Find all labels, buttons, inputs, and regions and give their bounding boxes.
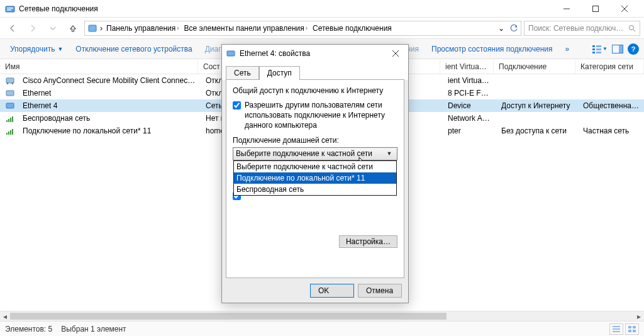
preview-pane-button[interactable] [610,42,625,57]
svg-rect-21 [6,91,14,96]
app-icon [5,4,15,14]
dialog-close-button[interactable] [387,47,404,60]
item-name: Cisco AnyConnect Secure Mobility Client … [18,76,201,85]
label: Отключение сетевого устройства [75,45,192,53]
scroll-track[interactable] [10,311,634,321]
details-view-button[interactable] [609,323,623,335]
item-device: 8 PCI-E Fa… [443,89,496,98]
svg-rect-34 [628,326,631,328]
label: Упорядочить [10,45,55,53]
svg-point-8 [630,25,634,30]
view-mode-button[interactable]: ▼ [592,42,608,57]
window-titlebar: Сетевые подключения [0,0,644,18]
search-input[interactable]: Поиск: Сетевые подключения [524,21,640,36]
svg-rect-23 [6,120,8,122]
combo-option[interactable]: Беспроводная сеть [234,184,396,195]
label: Подключение по локальной сети* 11 [236,174,365,182]
tab-network[interactable]: Сеть [226,66,259,80]
svg-rect-28 [8,132,9,135]
window-title: Сетевые подключения [19,4,552,13]
svg-rect-35 [633,326,636,328]
breadcrumb-label: Сетевые подключения [313,24,392,33]
svg-rect-27 [6,133,8,135]
svg-rect-2 [7,9,11,11]
allow-sharing-checkbox[interactable] [233,101,241,109]
combo-option[interactable]: Подключение по локальной сети* 11 [234,172,396,184]
svg-rect-4 [593,6,599,11]
cancel-button[interactable]: Отмена [358,284,402,298]
settings-button[interactable]: Настройка… [339,235,397,248]
minimize-button[interactable] [552,0,581,18]
col-device[interactable]: ient Virtua… [440,59,494,74]
recent-button[interactable] [44,20,62,37]
home-network-combo[interactable]: Выберите подключение к частной сети ▼ Вы… [233,147,397,160]
svg-rect-10 [592,45,595,47]
maximize-button[interactable] [581,0,610,18]
close-button[interactable] [610,0,639,18]
chevron-right-icon[interactable]: › [306,25,308,31]
search-placeholder: Поиск: Сетевые подключения [528,24,625,33]
large-icons-view-button[interactable] [625,323,639,335]
refresh-button[interactable] [509,24,518,33]
help-button[interactable]: ? [628,43,639,55]
overflow-button[interactable]: » [560,42,575,56]
scroll-thumb[interactable] [10,313,447,320]
section-label: Общий доступ к подключению к Интернету [233,86,397,95]
col-name[interactable]: Имя [0,59,198,74]
status-bar: Элементов: 5 Выбран 1 элемент [0,321,644,336]
back-button[interactable] [4,20,21,37]
chevron-right-icon[interactable]: › [177,25,179,31]
horizontal-scrollbar[interactable]: ◂ ▸ [0,311,644,321]
nic-icon [5,88,15,98]
chevron-right-icon[interactable]: › [100,24,103,33]
svg-rect-12 [592,52,595,53]
forward-button[interactable] [24,20,42,37]
svg-rect-0 [6,6,14,12]
ethernet-icon [226,48,236,59]
breadcrumb-item-2[interactable]: Сетевые подключения [311,24,393,33]
svg-rect-11 [592,48,595,50]
dropdown-icon[interactable]: ⌄ [498,24,504,33]
svg-rect-1 [7,8,13,9]
combo-value: Выберите подключение к частной сети [236,149,384,158]
svg-rect-7 [89,25,96,31]
breadcrumb-item-1[interactable]: Все элементы панели управления› [183,24,309,33]
col-category[interactable]: Категория сети [575,59,644,74]
item-cat: Общественная сеть [578,101,644,110]
wifi-icon [5,126,15,136]
item-name: Подключение по локальной сети* 11 [18,126,201,135]
svg-rect-17 [619,45,623,53]
item-name: Ethernet [18,89,201,98]
breadcrumb[interactable]: › Панель управления› Все элементы панели… [84,21,521,36]
scroll-right-button[interactable]: ▸ [634,311,644,321]
svg-rect-29 [10,130,11,135]
label: » [565,45,570,53]
disable-device-button[interactable]: Отключение сетевого устройства [70,42,197,56]
label: Категория сети [580,62,633,71]
item-cat: Частная сеть [578,126,644,135]
label: ient Virtua… [445,62,487,71]
label: Сеть [234,69,251,77]
svg-rect-24 [8,119,9,122]
item-device: ient Virtua… [443,76,496,85]
home-network-label: Подключение домашней сети: [233,136,397,145]
organize-button[interactable]: Упорядочить▼ [5,42,68,56]
tab-sharing[interactable]: Доступ [259,66,300,80]
label: Сост [203,62,220,71]
svg-rect-25 [10,118,11,122]
dialog-titlebar: Ethernet 4: свойства [222,45,408,62]
label: Просмотр состояния подключения [431,45,552,53]
scroll-left-button[interactable]: ◂ [0,311,10,321]
col-connection[interactable]: Подключение [494,59,575,74]
tab-panel-sharing: Общий доступ к подключению к Интернету Р… [226,79,404,278]
svg-rect-13 [596,45,601,47]
breadcrumb-item-0[interactable]: Панель управления› [105,24,180,33]
svg-rect-38 [227,51,235,56]
combo-option[interactable]: Выберите подключение к частной сети [234,161,396,172]
label: Выберите подключение к частной сети [236,162,373,171]
wifi-icon [5,113,15,123]
address-bar: › Панель управления› Все элементы панели… [0,18,644,39]
ok-button[interactable]: OK [310,284,354,298]
view-status-button[interactable]: Просмотр состояния подключения [426,42,557,56]
up-button[interactable] [64,20,82,37]
